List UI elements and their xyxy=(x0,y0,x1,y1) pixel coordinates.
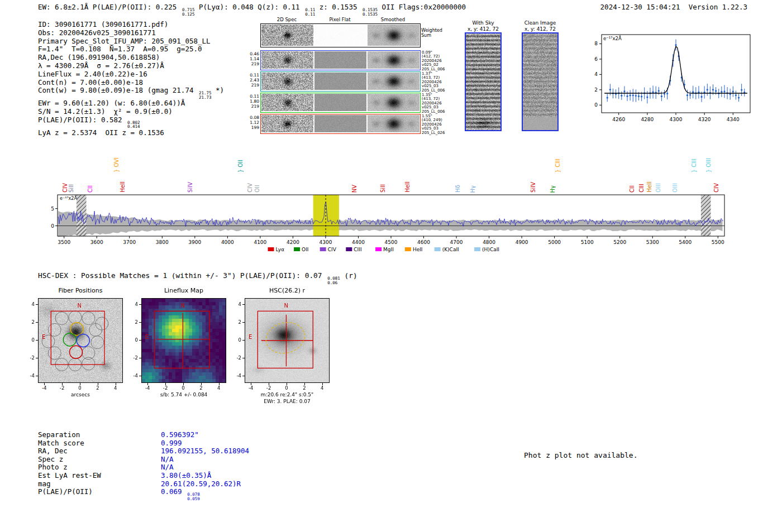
x-tick-label: 4 xyxy=(317,385,328,391)
spec2d-flat-image xyxy=(314,73,366,90)
emission-line-label: Hγ xyxy=(470,185,476,193)
svg-text:5300: 5300 xyxy=(646,239,659,245)
sky-panel-clean xyxy=(522,32,559,131)
header-summary-line: EW: 6.8±2.1Å P(LAE)/P(OII): 0.225 0.7150… xyxy=(38,3,466,16)
svg-text:0: 0 xyxy=(51,223,54,229)
left-label-line: 2.43 xyxy=(246,78,259,83)
info-line: LineFlux = 2.40(±0.22)e-16 xyxy=(38,70,224,79)
info-line: Obs: 20200426v025_3090161771 xyxy=(38,29,224,37)
spec2d-spec2d-image xyxy=(261,94,313,111)
cutout-title: Lineflux Map xyxy=(141,287,226,294)
cutout-image-fiber xyxy=(38,298,123,383)
x-tick-mark xyxy=(201,383,202,385)
info-line: P(LAE)/P(OII): 0.582 0.8020.414 xyxy=(38,116,224,129)
sky-panel-title: Clean Image xyxy=(509,20,571,26)
svg-text:4400: 4400 xyxy=(352,239,365,245)
sky-panel-title: With Sky xyxy=(452,20,514,26)
svg-text:CIII: CIII xyxy=(354,247,361,252)
x-tick-label: -4 xyxy=(142,385,153,391)
x-tick-mark xyxy=(147,383,148,385)
spec2d-spec2d-image xyxy=(261,25,313,46)
svg-text:e⁻¹⁷x2Å: e⁻¹⁷x2Å xyxy=(60,195,77,201)
stacked-uncertainty: 0.0780.059 xyxy=(187,492,200,501)
info-line: Cont(w) = 9.80(±0.09)e-18 (gmag 21.74 21… xyxy=(38,87,224,99)
svg-text:4340: 4340 xyxy=(727,117,740,122)
match-table-value: 0.596392" xyxy=(161,431,199,439)
x-tick-mark xyxy=(251,383,251,385)
spec2d-row-annotation: 0.09"(412, 72)20200426v025_02205_LL_006 xyxy=(422,51,445,71)
spec2d-row-left-label: 0.111.80219 xyxy=(246,94,259,109)
emission-line-label: CIV xyxy=(62,183,68,193)
cutout-image-lineflux xyxy=(141,298,226,383)
left-label-line: 199 xyxy=(246,125,259,130)
spec2d-smooth-image xyxy=(368,73,419,90)
svg-text:4900: 4900 xyxy=(516,239,528,245)
y-tick-label: -4 xyxy=(230,373,241,378)
sky-panel-coords: x, y: 412, 72 xyxy=(452,26,514,32)
svg-text:5200: 5200 xyxy=(613,239,626,245)
match-table-label: Spec z xyxy=(38,456,63,464)
emission-line-label: HeII xyxy=(646,181,652,193)
y-tick-mark xyxy=(139,358,141,358)
svg-text:4700: 4700 xyxy=(450,239,463,245)
x-tick-label: 4 xyxy=(213,385,225,391)
svg-text:Lyα: Lyα xyxy=(276,247,285,252)
svg-text:2: 2 xyxy=(594,87,598,93)
y-tick-label: 4 xyxy=(230,301,241,307)
full-spectrum-plot: 0535003600370038003900400041004200430044… xyxy=(47,193,735,258)
info-line: ID: 3090161771 (3090161771.pdf) xyxy=(38,21,224,29)
match-table-value: 0.069 0.0780.059 xyxy=(161,488,200,501)
spec2d-smooth-image xyxy=(368,25,419,46)
match-table-label: P(LAE)/P(OII) xyxy=(38,488,93,496)
emission-line-label: CIII xyxy=(638,184,645,193)
left-label-line: 0.11 xyxy=(246,94,259,99)
svg-text:5100: 5100 xyxy=(581,239,594,245)
y-tick-label: 2 xyxy=(127,319,138,325)
spec2d-row xyxy=(260,50,421,70)
y-tick-label: -2 xyxy=(127,355,138,361)
x-tick-mark xyxy=(165,383,166,385)
y-tick-label: -2 xyxy=(230,355,241,361)
y-tick-mark xyxy=(139,304,141,305)
hsc-match-line: HSC-DEX : Possible Matches = 1 (within +… xyxy=(38,271,357,285)
info-block: ID: 3090161771 (3090161771.pdf)Obs: 2020… xyxy=(38,21,224,137)
emission-line-label: CII xyxy=(629,185,635,193)
svg-text:3700: 3700 xyxy=(123,239,136,245)
sky-panel-withsky xyxy=(465,32,502,131)
left-label-line: 0.11 xyxy=(246,73,259,78)
svg-text:4300: 4300 xyxy=(319,239,332,245)
spacer xyxy=(680,3,689,11)
spec2d-row-annotation: 1.37"(413, 72)20200426v025_03205_LL_006 xyxy=(422,72,445,93)
x-tick-label: 0 xyxy=(74,385,85,391)
spec2d-row-annotation: 1.35"(413, 72)20200426v025_03205_LL_006 xyxy=(422,93,445,114)
left-label-line: 219 xyxy=(246,61,259,66)
match-table-value: 196.092155, 50.618904 xyxy=(161,447,249,456)
spec2d-row xyxy=(260,71,421,92)
emission-line-label: SiII xyxy=(380,184,386,193)
x-tick-mark xyxy=(322,383,323,385)
spec2d-spec2d-image xyxy=(261,51,313,69)
y-tick-mark xyxy=(36,322,38,323)
emission-line-label: Hγ xyxy=(550,185,556,193)
spec2d-row-annotation: 1.55"(410, 249)20200426v025_03205_LL_026 xyxy=(422,114,445,135)
spec2d-spec2d-image xyxy=(261,73,313,90)
emission-line-label: HeII xyxy=(120,181,126,193)
y-tick-label: -4 xyxy=(23,373,35,378)
x-tick-label: -4 xyxy=(245,385,256,391)
match-table-value: N/A xyxy=(161,463,174,472)
report-version: Version 1.22.3 xyxy=(689,3,747,11)
stacked-uncertainty: 0.15350.1535 xyxy=(363,8,378,16)
emission-line-label: SiII xyxy=(68,184,74,193)
emission-line-label: OII xyxy=(254,185,260,193)
svg-text:4100: 4100 xyxy=(254,239,266,245)
spec2d-column-header: Pixel Flat xyxy=(314,17,366,22)
sky-panel-image xyxy=(523,33,557,130)
sky-panel-image xyxy=(466,33,500,130)
y-tick-mark xyxy=(139,340,141,341)
svg-text:4320: 4320 xyxy=(698,117,711,122)
annotation-line: 205_LL_006 xyxy=(422,110,445,114)
left-label-line: 219 xyxy=(246,104,259,109)
svg-text:OII: OII xyxy=(302,247,308,252)
svg-text:4260: 4260 xyxy=(612,117,625,122)
emission-line-label: } OII xyxy=(237,160,244,172)
